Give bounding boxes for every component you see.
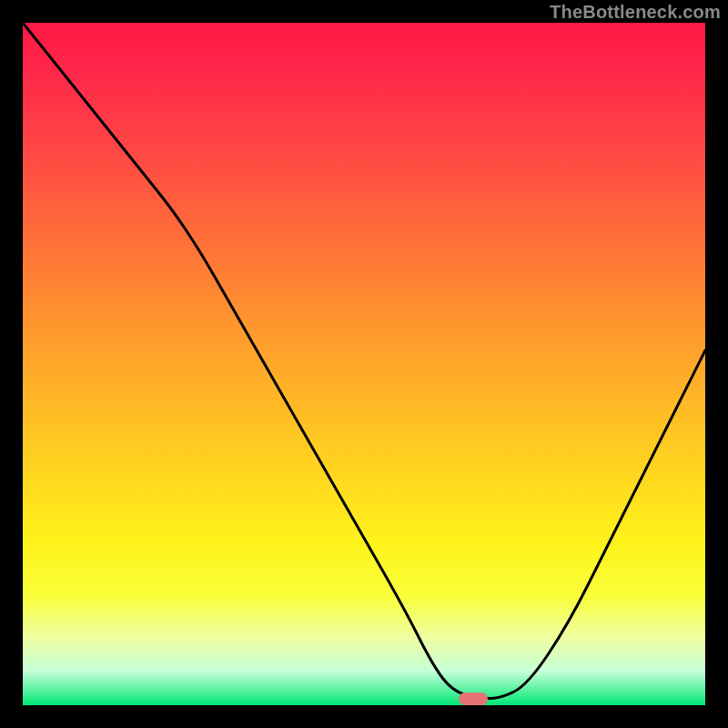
optimal-point-marker (459, 693, 488, 705)
chart-frame: TheBottleneck.com (0, 0, 728, 728)
watermark-text: TheBottleneck.com (550, 2, 721, 23)
heat-gradient-background (23, 23, 705, 705)
plot-area (23, 23, 705, 705)
